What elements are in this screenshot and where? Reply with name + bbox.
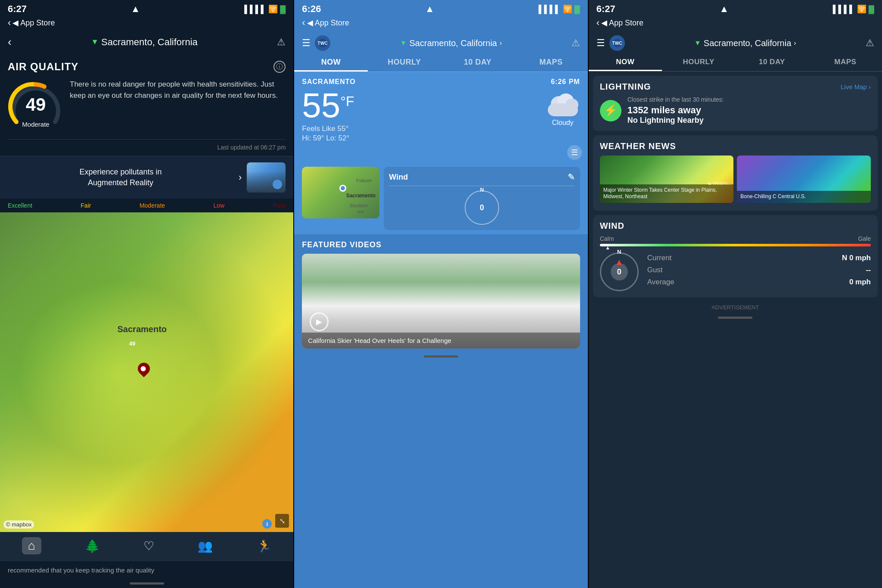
signal-icon-3: ▌▌▌▌ <box>833 5 855 14</box>
wifi-icon-3: 🛜 <box>857 4 866 14</box>
ar-chevron-icon[interactable]: › <box>239 172 242 183</box>
map-aqi-badge: 49 <box>129 340 135 347</box>
running-icon: 🏃 <box>257 539 272 553</box>
tab-10day-3[interactable]: 10 DAY <box>735 53 808 71</box>
aq-updated: Last updated at 06:27 pm <box>8 139 286 151</box>
wifi-icon-2: 🛜 <box>563 4 572 14</box>
app-store-label-2[interactable]: ◀ App Store <box>307 18 349 28</box>
panel1-back-button[interactable]: ‹ <box>8 35 12 49</box>
video-caption: California Skier 'Head Over Heels' for a… <box>302 333 580 348</box>
wind-detail-card: WIND Calm Gale ▲ N 0 ▲ Current N 0 mph <box>593 215 878 297</box>
app-store-bar-1[interactable]: ‹ ◀ App Store <box>0 16 293 32</box>
panel2-tabs: NOW HOURLY 10 DAY MAPS <box>294 53 587 72</box>
news-image-2[interactable]: Bone-Chilling C Central U.S. <box>737 156 871 203</box>
warning-icon[interactable]: ⚠ <box>277 37 286 48</box>
hamburger-icon-3[interactable]: ☰ <box>596 37 605 49</box>
compass-large-circle: N 0 ▲ <box>600 252 639 291</box>
aqi-map[interactable]: Sacramento 49 ⤡ © mapbox i <box>0 212 293 532</box>
weather-main-section: SACRAMENTO 6:26 PM 55 °F Feels Like 55° … <box>294 72 587 145</box>
wind-compass-row: N 0 ▲ Current N 0 mph Gust -- Average 0 … <box>600 252 871 291</box>
wind-edit-icon[interactable]: ✎ <box>568 172 575 182</box>
tab-now-3[interactable]: NOW <box>589 53 662 71</box>
panel1-air-quality: 6:27 ▲ ▌▌▌▌ 🛜 ▓ ‹ ◀ App Store ‹ ▼ Sacram… <box>0 0 293 588</box>
weather-logo-svg: TWC <box>317 38 328 48</box>
app-store-label-3[interactable]: ◀ App Store <box>601 18 643 28</box>
app-store-label[interactable]: ◀ App Store <box>12 18 55 28</box>
advertisement: ADVERTISEMENT <box>589 302 882 313</box>
warning-icon-3[interactable]: ⚠ <box>866 37 874 49</box>
app-store-bar-2[interactable]: ‹ ◀ App Store <box>294 16 587 32</box>
featured-videos: FEATURED VIDEOS ▶ California Skier 'Head… <box>294 234 587 352</box>
info-icon[interactable]: ⓘ <box>273 61 286 73</box>
wind-compass: N 0 <box>465 190 499 225</box>
location-pin-2: ▼ <box>400 39 407 47</box>
weather-logo-3: TWC <box>609 35 625 51</box>
panel2-location[interactable]: ▼ Sacramento, California › <box>400 38 502 48</box>
map-card-pin <box>339 185 346 192</box>
calm-label: Calm <box>600 235 614 242</box>
aq-label: Moderate <box>22 121 49 128</box>
home-indicator-1 <box>0 579 293 588</box>
map-inner: Folsom Sacramento Stockton sco <box>302 167 379 218</box>
map-menu-row: ☰ <box>294 145 587 162</box>
nav-health[interactable]: ♡ <box>143 539 154 553</box>
location-text: Sacramento, California <box>101 37 198 48</box>
map-label-stockton: Stockton <box>350 203 368 208</box>
warning-icon-2[interactable]: ⚠ <box>571 37 580 49</box>
tab-maps-2[interactable]: MAPS <box>514 53 587 72</box>
nav-home[interactable]: ⌂ <box>22 537 41 554</box>
nav-activity[interactable]: 🏃 <box>257 539 272 553</box>
video-play-button[interactable]: ▶ <box>310 312 329 331</box>
panel3-location[interactable]: ▼ Sacramento, California › <box>694 38 796 48</box>
video-thumbnail[interactable]: ▶ California Skier 'Head Over Heels' for… <box>302 254 580 348</box>
nav-nature[interactable]: 🌲 <box>85 539 100 553</box>
signal-icon: ▌▌▌▌ <box>244 5 266 14</box>
hamburger-icon[interactable]: ☰ <box>302 37 311 49</box>
status-bar-2: 6:26 ▲ ▌▌▌▌ 🛜 ▓ <box>294 0 587 16</box>
home-bar-2 <box>424 355 458 358</box>
lightning-bolt-icon: ⚡ <box>600 100 621 121</box>
compass-north: N <box>480 187 484 193</box>
lightning-content: ⚡ Closest strike in the last 30 minutes:… <box>600 96 871 125</box>
weather-logo: TWC <box>315 35 330 51</box>
current-value: N 0 mph <box>842 254 871 262</box>
tab-hourly-2[interactable]: HOURLY <box>368 53 441 72</box>
tab-maps-3[interactable]: MAPS <box>809 53 882 71</box>
nature-icon: 🌲 <box>85 539 100 553</box>
panel3-tabs: NOW HOURLY 10 DAY MAPS <box>589 53 882 72</box>
back-arrow-icon-2[interactable]: ‹ <box>302 17 305 28</box>
panel1-nav: ‹ ▼ Sacramento, California ⚠ <box>0 32 293 54</box>
home-icon: ⌂ <box>28 539 35 553</box>
people-icon: 👥 <box>198 539 213 553</box>
hi-lo: Hi: 59° Lo: 52° <box>302 134 545 143</box>
wind-bar-pointer: ▲ <box>605 245 610 251</box>
location-text-2: Sacramento, California <box>410 38 497 48</box>
layers-button[interactable]: ☰ <box>567 145 582 160</box>
air-quality-section: AIR QUALITY ⓘ 49 Moderate There is no re… <box>0 54 293 156</box>
compass-arrow-icon: ▲ <box>615 257 624 267</box>
tab-now-2[interactable]: NOW <box>294 53 367 72</box>
wind-stats: Current N 0 mph Gust -- Average 0 mph <box>647 254 871 290</box>
lightning-live-map[interactable]: Live Map › <box>841 83 871 90</box>
news-image-1[interactable]: Major Winter Storm Takes Center Stage in… <box>600 156 734 203</box>
news-caption-2: Bone-Chilling C Central U.S. <box>737 191 871 203</box>
back-arrow-icon[interactable]: ‹ <box>8 17 11 28</box>
legend-fair: Fair <box>81 202 91 209</box>
detail-row: Folsom Sacramento Stockton sco Wind ✎ N … <box>294 162 587 234</box>
air-quality-title: AIR QUALITY <box>8 61 78 73</box>
aq-content: 49 Moderate There is no real danger for … <box>8 79 286 135</box>
back-arrow-icon-3[interactable]: ‹ <box>596 17 599 28</box>
map-expand-button[interactable]: ⤡ <box>275 514 289 528</box>
tab-hourly-3[interactable]: HOURLY <box>662 53 735 71</box>
app-store-bar-3[interactable]: ‹ ◀ App Store <box>589 16 882 32</box>
wind-gust-row: Gust -- <box>647 266 871 274</box>
map-card[interactable]: Folsom Sacramento Stockton sco <box>302 167 379 218</box>
tab-10day-2[interactable]: 10 DAY <box>441 53 514 72</box>
nav-people[interactable]: 👥 <box>198 539 213 553</box>
ar-banner[interactable]: Experience pollutants inAugmented Realit… <box>0 156 293 199</box>
time-3: 6:27 <box>596 3 615 15</box>
map-label-sco: sco <box>357 209 364 214</box>
mapbox-credit: © mapbox <box>3 520 34 529</box>
featured-videos-title: FEATURED VIDEOS <box>302 240 580 249</box>
current-label: Current <box>647 254 672 262</box>
